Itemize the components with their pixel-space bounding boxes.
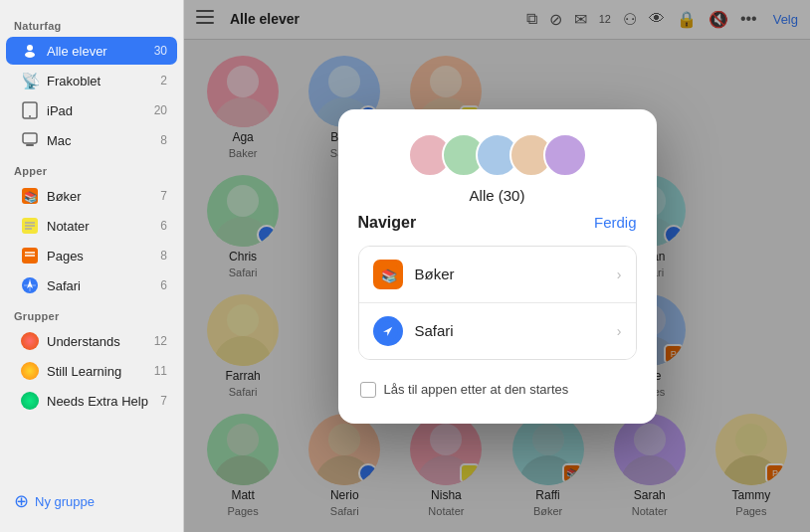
sidebar-item-notater[interactable]: Notater 6 [6,212,177,240]
svg-point-20 [21,332,39,350]
people-icon [20,41,40,61]
section-grupper: Grupper [0,300,183,326]
mac-badge: 8 [149,133,167,147]
still-learning-icon [20,361,40,381]
svg-text:📡: 📡 [21,72,39,89]
modal-avatar-group [408,133,587,177]
lock-app-label: Lås til appen etter at den startes [384,382,569,397]
new-group-label: Ny gruppe [35,494,95,509]
sidebar-item-safari[interactable]: Safari 6 [6,271,177,299]
section-apper: Apper [0,155,183,181]
svg-point-4 [29,115,31,117]
book-icon: 📚 [20,186,40,206]
wifi-off-icon: 📡 [20,71,40,90]
safari-label: Safari [47,278,149,293]
boker-badge: 7 [149,189,167,203]
sidebar-item-alle-elever[interactable]: Alle elever 30 [6,37,177,65]
sidebar-item-needs-extra[interactable]: Needs Extra Help 7 [6,387,177,415]
ipad-badge: 20 [149,103,167,117]
navigate-modal: Alle (30) Naviger Ferdig 📚 Bøker › [338,109,657,424]
modal-avatar-5 [543,133,587,177]
modal-list-item-safari[interactable]: Safari › [359,302,636,359]
svg-rect-6 [26,144,34,146]
modal-safari-icon [373,316,403,346]
modal-overlay[interactable]: Alle (30) Naviger Ferdig 📚 Bøker › [184,0,810,532]
boker-chevron-icon: › [617,266,622,282]
mac-icon [20,130,40,150]
needs-extra-label: Needs Extra Help [47,394,149,409]
frakoblet-label: Frakoblet [47,74,149,89]
main-content: Alle elever ⧉ ⊘ ✉ 12 ⚇ 👁 🔒 🔇 ••• Velg Ag… [184,0,810,532]
ipad-label: iPad [47,103,149,118]
notater-badge: 6 [149,219,167,233]
pages-badge: 8 [149,249,167,263]
svg-text:📚: 📚 [381,267,398,284]
notater-label: Notater [47,219,149,234]
sidebar-item-understands[interactable]: Understands 12 [6,327,177,355]
modal-done-button[interactable]: Ferdig [594,214,637,231]
section-naturfag: Naturfag [0,10,183,36]
pages-label: Pages [47,249,149,264]
frakoblet-badge: 2 [149,74,167,88]
sidebar-item-pages[interactable]: Pages 8 [6,242,177,269]
understands-badge: 12 [149,334,167,348]
ipad-icon [20,100,40,120]
sidebar-item-boker[interactable]: 📚 Bøker 7 [6,182,177,210]
mac-label: Mac [47,133,149,148]
still-learning-badge: 11 [149,364,167,378]
sidebar-item-frakoblet[interactable]: 📡 Frakoblet 2 [6,67,177,94]
sidebar-item-ipad[interactable]: iPad 20 [6,96,177,124]
modal-avatars [408,133,587,177]
boker-label: Bøker [47,189,149,204]
modal-boker-label: Bøker [415,266,605,282]
svg-point-21 [21,362,39,380]
note-icon [20,216,40,236]
still-learning-label: Still Learning [47,364,149,379]
modal-boker-icon: 📚 [373,260,403,289]
sidebar: Naturfag Alle elever 30 📡 Frakoblet 2 iP… [0,0,184,532]
understands-label: Understands [47,334,149,349]
modal-list-item-boker[interactable]: 📚 Bøker › [359,247,636,302]
svg-text:📚: 📚 [24,190,38,204]
lock-app-checkbox[interactable] [360,382,376,398]
new-group-button[interactable]: ⊕ Ny gruppe [0,480,183,522]
needs-extra-icon [20,391,40,411]
safari-chevron-icon: › [617,323,622,339]
modal-checkbox-row: Lås til appen etter at den startes [358,376,637,404]
modal-header: Naviger Ferdig [358,214,637,232]
alle-elever-label: Alle elever [47,44,149,59]
svg-point-0 [27,45,33,51]
safari-badge: 6 [149,278,167,292]
svg-point-22 [21,392,39,410]
alle-elever-badge: 30 [149,44,167,58]
modal-title: Naviger [358,214,417,232]
modal-count: Alle (30) [470,187,525,204]
sidebar-item-still-learning[interactable]: Still Learning 11 [6,357,177,385]
svg-point-1 [25,52,35,58]
svg-rect-5 [23,133,37,143]
understands-icon [20,331,40,351]
modal-safari-label: Safari [415,322,605,339]
modal-app-list: 📚 Bøker › Safari › [358,246,637,360]
pages-icon [20,246,40,266]
safari-icon [20,275,40,295]
needs-extra-badge: 7 [149,394,167,408]
sidebar-item-mac[interactable]: Mac 8 [6,126,177,154]
